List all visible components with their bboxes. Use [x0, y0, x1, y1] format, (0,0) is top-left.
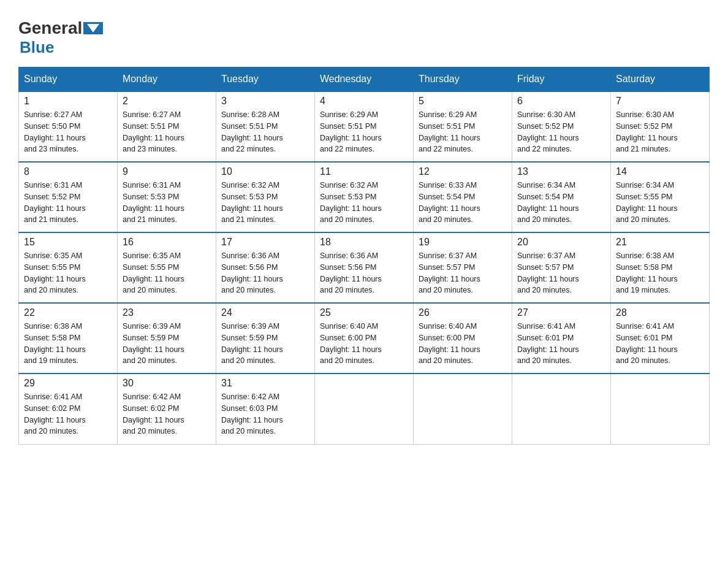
calendar-week-row: 22 Sunrise: 6:38 AMSunset: 5:58 PMDaylig…	[19, 303, 710, 373]
logo: General Blue	[18, 18, 103, 57]
day-info: Sunrise: 6:33 AMSunset: 5:54 PMDaylight:…	[419, 181, 480, 224]
day-info: Sunrise: 6:27 AMSunset: 5:51 PMDaylight:…	[123, 110, 184, 153]
day-number: 2	[123, 96, 211, 107]
calendar-cell: 12 Sunrise: 6:33 AMSunset: 5:54 PMDaylig…	[414, 162, 512, 232]
day-info: Sunrise: 6:29 AMSunset: 5:51 PMDaylight:…	[320, 110, 382, 153]
calendar-cell: 28 Sunrise: 6:41 AMSunset: 6:01 PMDaylig…	[611, 303, 710, 373]
day-info: Sunrise: 6:39 AMSunset: 5:59 PMDaylight:…	[123, 322, 184, 365]
logo-blue-word: Blue	[20, 38, 54, 57]
page-header: General Blue	[18, 12, 710, 57]
calendar-cell: 5 Sunrise: 6:29 AMSunset: 5:51 PMDayligh…	[414, 91, 512, 162]
day-number: 20	[517, 237, 605, 248]
day-info: Sunrise: 6:31 AMSunset: 5:52 PMDaylight:…	[24, 181, 86, 224]
day-info: Sunrise: 6:29 AMSunset: 5:51 PMDaylight:…	[419, 110, 480, 153]
calendar-cell: 10 Sunrise: 6:32 AMSunset: 5:53 PMDaylig…	[216, 162, 315, 232]
day-number: 21	[616, 237, 704, 248]
day-info: Sunrise: 6:39 AMSunset: 5:59 PMDaylight:…	[221, 322, 283, 365]
day-info: Sunrise: 6:35 AMSunset: 5:55 PMDaylight:…	[24, 251, 86, 294]
calendar-header-saturday: Saturday	[611, 67, 710, 92]
calendar-header-thursday: Thursday	[414, 67, 512, 92]
calendar-cell: 21 Sunrise: 6:38 AMSunset: 5:58 PMDaylig…	[611, 232, 710, 303]
day-info: Sunrise: 6:27 AMSunset: 5:50 PMDaylight:…	[24, 110, 86, 153]
day-info: Sunrise: 6:38 AMSunset: 5:58 PMDaylight:…	[24, 322, 86, 365]
calendar-cell	[611, 373, 710, 444]
day-number: 6	[517, 96, 605, 107]
calendar-cell: 8 Sunrise: 6:31 AMSunset: 5:52 PMDayligh…	[19, 162, 118, 232]
calendar-cell: 6 Sunrise: 6:30 AMSunset: 5:52 PMDayligh…	[512, 91, 611, 162]
calendar-cell: 1 Sunrise: 6:27 AMSunset: 5:50 PMDayligh…	[19, 91, 118, 162]
day-info: Sunrise: 6:40 AMSunset: 6:00 PMDaylight:…	[320, 322, 382, 365]
day-info: Sunrise: 6:36 AMSunset: 5:56 PMDaylight:…	[221, 251, 283, 294]
calendar-cell: 16 Sunrise: 6:35 AMSunset: 5:55 PMDaylig…	[118, 232, 216, 303]
calendar-cell: 14 Sunrise: 6:34 AMSunset: 5:55 PMDaylig…	[611, 162, 710, 232]
day-info: Sunrise: 6:32 AMSunset: 5:53 PMDaylight:…	[320, 181, 382, 224]
calendar-week-row: 15 Sunrise: 6:35 AMSunset: 5:55 PMDaylig…	[19, 232, 710, 303]
calendar-cell: 23 Sunrise: 6:39 AMSunset: 5:59 PMDaylig…	[118, 303, 216, 373]
day-info: Sunrise: 6:31 AMSunset: 5:53 PMDaylight:…	[123, 181, 184, 224]
calendar-cell	[414, 373, 512, 444]
day-number: 23	[123, 307, 211, 318]
day-info: Sunrise: 6:35 AMSunset: 5:55 PMDaylight:…	[123, 251, 184, 294]
calendar-cell: 17 Sunrise: 6:36 AMSunset: 5:56 PMDaylig…	[216, 232, 315, 303]
day-info: Sunrise: 6:41 AMSunset: 6:01 PMDaylight:…	[517, 322, 579, 365]
calendar-cell: 3 Sunrise: 6:28 AMSunset: 5:51 PMDayligh…	[216, 91, 315, 162]
day-info: Sunrise: 6:32 AMSunset: 5:53 PMDaylight:…	[221, 181, 283, 224]
calendar-cell: 26 Sunrise: 6:40 AMSunset: 6:00 PMDaylig…	[414, 303, 512, 373]
day-number: 4	[320, 96, 408, 107]
calendar-cell: 18 Sunrise: 6:36 AMSunset: 5:56 PMDaylig…	[315, 232, 414, 303]
day-number: 19	[419, 237, 507, 248]
day-number: 16	[123, 237, 211, 248]
day-number: 24	[221, 307, 309, 318]
logo-text: General	[18, 18, 103, 38]
day-info: Sunrise: 6:36 AMSunset: 5:56 PMDaylight:…	[320, 251, 382, 294]
calendar-week-row: 1 Sunrise: 6:27 AMSunset: 5:50 PMDayligh…	[19, 91, 710, 162]
calendar-header-wednesday: Wednesday	[315, 67, 414, 92]
calendar-cell: 22 Sunrise: 6:38 AMSunset: 5:58 PMDaylig…	[19, 303, 118, 373]
day-number: 12	[419, 166, 507, 177]
calendar-header-friday: Friday	[512, 67, 611, 92]
day-number: 27	[517, 307, 605, 318]
day-number: 14	[616, 166, 704, 177]
calendar-header-monday: Monday	[118, 67, 216, 92]
day-number: 29	[24, 378, 112, 389]
day-number: 28	[616, 307, 704, 318]
logo-general: General	[18, 18, 82, 38]
day-info: Sunrise: 6:41 AMSunset: 6:02 PMDaylight:…	[24, 393, 86, 435]
day-number: 3	[221, 96, 309, 107]
calendar-cell	[512, 373, 611, 444]
day-info: Sunrise: 6:38 AMSunset: 5:58 PMDaylight:…	[616, 251, 678, 294]
day-number: 26	[419, 307, 507, 318]
day-number: 1	[24, 96, 112, 107]
day-number: 8	[24, 166, 112, 177]
calendar-cell	[315, 373, 414, 444]
calendar-cell: 29 Sunrise: 6:41 AMSunset: 6:02 PMDaylig…	[19, 373, 118, 444]
calendar-cell: 2 Sunrise: 6:27 AMSunset: 5:51 PMDayligh…	[118, 91, 216, 162]
day-info: Sunrise: 6:34 AMSunset: 5:54 PMDaylight:…	[517, 181, 579, 224]
calendar-header-sunday: Sunday	[19, 67, 118, 92]
day-number: 17	[221, 237, 309, 248]
day-info: Sunrise: 6:37 AMSunset: 5:57 PMDaylight:…	[517, 251, 579, 294]
day-number: 10	[221, 166, 309, 177]
calendar-cell: 13 Sunrise: 6:34 AMSunset: 5:54 PMDaylig…	[512, 162, 611, 232]
calendar-cell: 7 Sunrise: 6:30 AMSunset: 5:52 PMDayligh…	[611, 91, 710, 162]
day-number: 25	[320, 307, 408, 318]
day-number: 5	[419, 96, 507, 107]
day-number: 22	[24, 307, 112, 318]
calendar-week-row: 8 Sunrise: 6:31 AMSunset: 5:52 PMDayligh…	[19, 162, 710, 232]
day-info: Sunrise: 6:30 AMSunset: 5:52 PMDaylight:…	[616, 110, 678, 153]
calendar-cell: 11 Sunrise: 6:32 AMSunset: 5:53 PMDaylig…	[315, 162, 414, 232]
calendar-cell: 20 Sunrise: 6:37 AMSunset: 5:57 PMDaylig…	[512, 232, 611, 303]
calendar-header-tuesday: Tuesday	[216, 67, 315, 92]
day-info: Sunrise: 6:40 AMSunset: 6:00 PMDaylight:…	[419, 322, 480, 365]
calendar-cell: 25 Sunrise: 6:40 AMSunset: 6:00 PMDaylig…	[315, 303, 414, 373]
calendar-cell: 31 Sunrise: 6:42 AMSunset: 6:03 PMDaylig…	[216, 373, 315, 444]
day-info: Sunrise: 6:28 AMSunset: 5:51 PMDaylight:…	[221, 110, 283, 153]
day-info: Sunrise: 6:34 AMSunset: 5:55 PMDaylight:…	[616, 181, 678, 224]
logo-blue-box	[83, 22, 103, 34]
day-number: 15	[24, 237, 112, 248]
calendar-week-row: 29 Sunrise: 6:41 AMSunset: 6:02 PMDaylig…	[19, 373, 710, 444]
calendar-cell: 24 Sunrise: 6:39 AMSunset: 5:59 PMDaylig…	[216, 303, 315, 373]
day-info: Sunrise: 6:30 AMSunset: 5:52 PMDaylight:…	[517, 110, 579, 153]
calendar-table: SundayMondayTuesdayWednesdayThursdayFrid…	[18, 67, 710, 445]
day-number: 18	[320, 237, 408, 248]
